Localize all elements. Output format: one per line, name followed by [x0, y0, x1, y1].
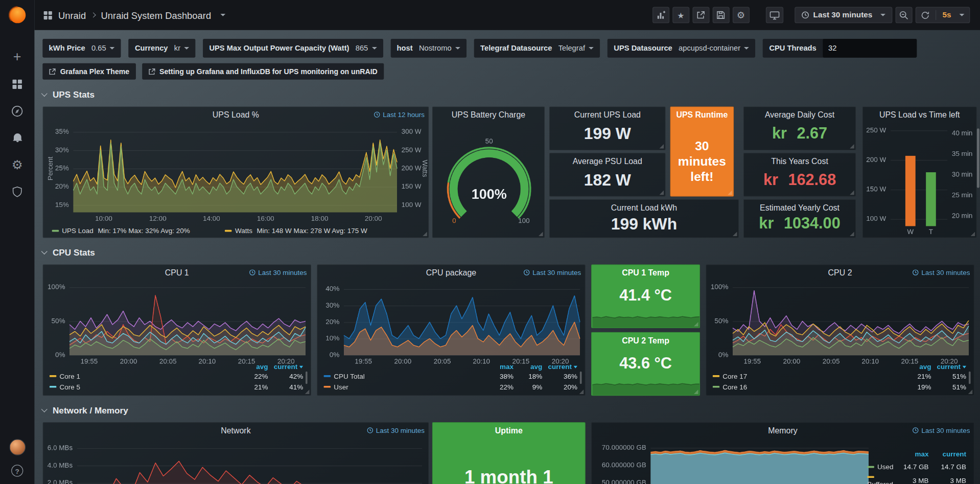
cpu-threads-input[interactable]: 32 [823, 39, 917, 58]
panel-title[interactable]: Average Daily Cost [746, 110, 853, 120]
legend-series[interactable]: Used [867, 463, 893, 471]
link-ups-monitoring-guide[interactable]: Setting up Grafana and InfluxDB for UPS … [142, 63, 384, 80]
resize-handle[interactable] [660, 144, 664, 149]
dashboard-title[interactable]: Unraid System Dashboard [101, 10, 212, 20]
time-range-picker[interactable]: Last 30 minutes [795, 7, 893, 23]
variable-ups-datasource[interactable]: UPS Datasource apcupsd-container [608, 39, 755, 58]
resize-handle[interactable] [968, 389, 973, 394]
variable-ups-max-output[interactable]: UPS Max Output Power Capacity (Watt) 865 [203, 39, 383, 58]
section-ups-stats[interactable]: UPS Stats [42, 88, 95, 101]
resize-handle[interactable] [728, 191, 732, 195]
legend-col-avg[interactable]: avg [514, 362, 542, 370]
legend-col-current[interactable]: current [929, 450, 967, 458]
legend-series[interactable]: CPU Total [324, 373, 485, 380]
cpu2-chart[interactable] [708, 279, 974, 366]
resize-handle[interactable] [305, 389, 310, 394]
panel-title[interactable]: UPS Runtime [673, 110, 731, 120]
legend-row: Core 122%42% [50, 371, 303, 382]
ups-bars-chart[interactable] [864, 120, 976, 236]
clock-icon [913, 269, 919, 275]
settings-gear-button[interactable]: ⚙ [732, 7, 749, 23]
panel-title[interactable]: UPS Load vs Time left [866, 110, 974, 120]
panel-title[interactable]: Average PSU Load [552, 156, 663, 166]
alerting-bell-icon[interactable] [10, 131, 24, 145]
resize-handle[interactable] [539, 232, 543, 236]
legend-col-max[interactable]: max [894, 450, 929, 458]
resize-handle[interactable] [579, 389, 584, 394]
legend-series[interactable]: Buffered [867, 473, 893, 484]
memory-chart[interactable] [593, 436, 874, 484]
grafana-logo[interactable] [0, 0, 34, 30]
add-panel-button[interactable] [652, 7, 669, 23]
dashboard-dropdown-caret-icon[interactable] [221, 14, 226, 16]
panel-title[interactable]: Current Load kWh [552, 203, 736, 212]
user-avatar[interactable] [9, 439, 26, 455]
legend-series-watts[interactable]: WattsMin: 148 W Max: 278 W Avg: 175 W [225, 227, 367, 235]
legend-col-current[interactable]: current [542, 362, 577, 370]
cycle-view-monitor-button[interactable] [765, 7, 783, 23]
panel-title[interactable]: CPU 1 Temp [594, 268, 697, 278]
star-button[interactable]: ★ [672, 7, 689, 23]
legend-series[interactable]: Core 16 [713, 383, 899, 390]
legend-col-max[interactable]: max [485, 362, 514, 370]
legend-row: Buffered3 MB3 MB [867, 473, 966, 484]
chevron-down-icon [744, 47, 749, 50]
stat-value: 199 kWh [552, 214, 736, 234]
legend-series[interactable]: User [324, 383, 485, 390]
legend-col-avg[interactable]: avg [899, 362, 931, 370]
variable-currency[interactable]: Currency kr [129, 39, 196, 58]
resize-handle[interactable] [850, 144, 854, 149]
network-chart[interactable] [44, 436, 428, 484]
ups-load-chart[interactable] [44, 121, 428, 224]
panel-title[interactable]: Estimated Yearly Cost [746, 203, 853, 212]
legend-scrollbar[interactable] [969, 372, 971, 384]
panel-title[interactable]: Current UPS Load [552, 110, 663, 120]
breadcrumb-folder[interactable]: Unraid [58, 10, 86, 20]
variable-telegraf-datasource[interactable]: Telegraf Datasource Telegraf [474, 39, 600, 58]
resize-handle[interactable] [423, 232, 427, 236]
battery-gauge[interactable] [433, 122, 545, 230]
configuration-gear-icon[interactable]: ⚙ [10, 158, 24, 172]
legend-series[interactable]: Core 1 [50, 373, 236, 380]
panel-title[interactable]: UPS Battery Charge [435, 110, 542, 120]
resize-handle[interactable] [694, 389, 698, 394]
resize-handle[interactable] [850, 191, 854, 195]
refresh-picker[interactable]: 5s [916, 7, 970, 23]
zoom-out-button[interactable] [896, 7, 913, 23]
resize-handle[interactable] [733, 232, 737, 236]
resize-handle[interactable] [694, 322, 698, 327]
variable-host[interactable]: host Nostromo [390, 39, 466, 58]
panel-title[interactable]: CPU 2 Temp [594, 336, 697, 345]
legend-scrollbar[interactable] [580, 372, 582, 384]
section-network-memory[interactable]: Network / Memory [42, 404, 128, 417]
help-icon[interactable]: ? [11, 465, 23, 476]
legend-series[interactable]: Core 5 [50, 383, 236, 390]
link-grafana-plex-theme[interactable]: Grafana Plex Theme [42, 63, 135, 80]
cpu-package-chart[interactable] [319, 279, 585, 366]
variable-kwh-price[interactable]: kWh Price 0.65 [42, 39, 121, 58]
share-button[interactable] [692, 7, 709, 23]
panel-title[interactable]: This Years Cost [746, 156, 853, 166]
server-admin-shield-icon[interactable] [10, 185, 24, 199]
legend-scrollbar[interactable] [306, 372, 308, 384]
panel-title[interactable]: Uptime [435, 426, 582, 435]
cpu1-chart[interactable] [44, 279, 311, 366]
explore-compass-icon[interactable] [10, 104, 24, 118]
create-plus-icon[interactable]: + [10, 50, 24, 64]
scrollbar-thumb[interactable] [977, 128, 979, 188]
dashboards-icon[interactable] [10, 77, 24, 91]
section-cpu-stats[interactable]: CPU Stats [42, 246, 95, 259]
resize-handle[interactable] [971, 232, 975, 236]
resize-handle[interactable] [850, 232, 854, 236]
resize-handle[interactable] [660, 191, 664, 195]
panel-title[interactable]: UPS Load % [45, 110, 426, 120]
clock-icon [801, 11, 809, 19]
legend-col-current[interactable]: current [268, 362, 304, 370]
dashboard-grid-icon[interactable] [43, 10, 53, 19]
legend-series[interactable]: Core 17 [713, 373, 899, 380]
save-button[interactable] [712, 7, 729, 23]
legend-series-ups-load[interactable]: UPS LoadMin: 17% Max: 32% Avg: 20% [52, 227, 190, 235]
legend-col-avg[interactable]: avg [236, 362, 268, 370]
legend-col-current[interactable]: current [931, 362, 966, 370]
stat-value: 30 minutes left! [675, 139, 728, 185]
